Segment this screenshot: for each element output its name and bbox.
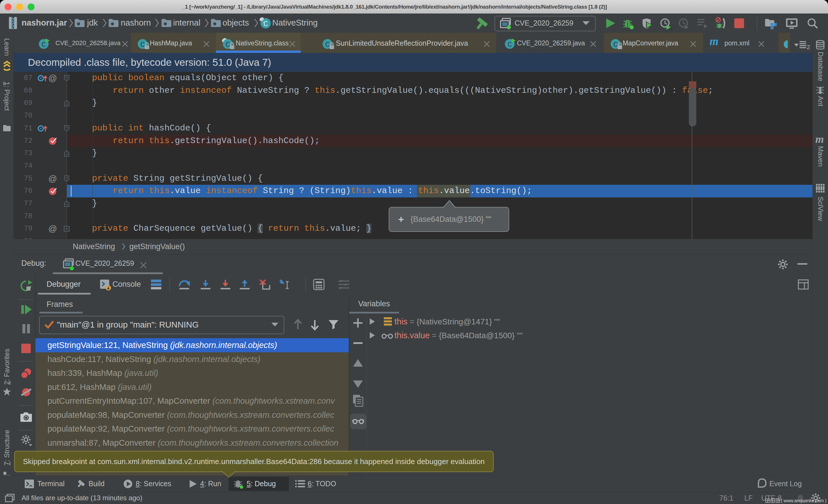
svg-text:C: C	[41, 41, 46, 49]
svg-text:2: 2	[807, 44, 810, 50]
svg-text:C: C	[507, 41, 512, 49]
svg-text:C: C	[225, 41, 230, 49]
svg-text:C: C	[263, 20, 268, 29]
svg-text:C: C	[325, 41, 330, 49]
svg-text:C: C	[613, 41, 618, 49]
svg-text:C: C	[140, 41, 145, 49]
